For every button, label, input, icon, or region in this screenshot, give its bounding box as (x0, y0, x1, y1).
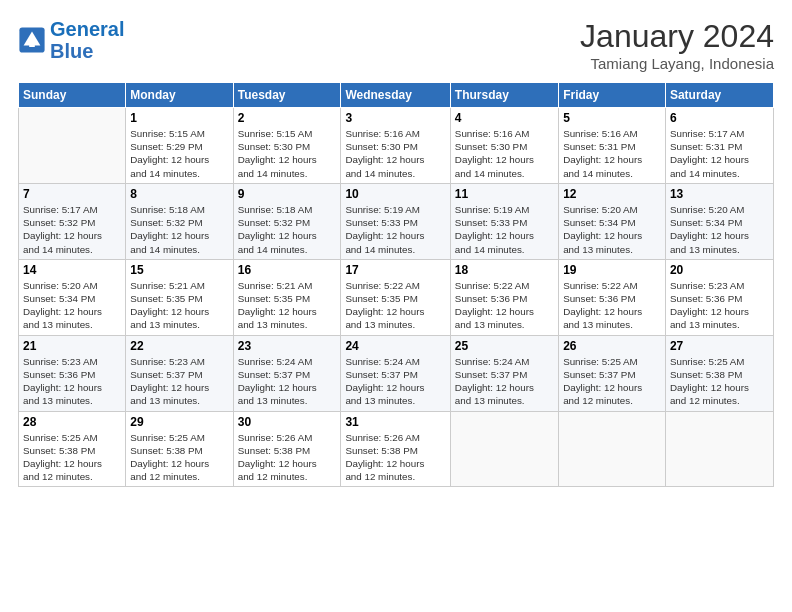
day-number: 29 (130, 415, 228, 429)
calendar-cell: 26Sunrise: 5:25 AM Sunset: 5:37 PM Dayli… (559, 335, 666, 411)
day-number: 12 (563, 187, 661, 201)
calendar-cell: 3Sunrise: 5:16 AM Sunset: 5:30 PM Daylig… (341, 108, 450, 184)
logo: General Blue (18, 18, 124, 62)
calendar-cell: 11Sunrise: 5:19 AM Sunset: 5:33 PM Dayli… (450, 183, 558, 259)
day-number: 16 (238, 263, 337, 277)
calendar-cell (19, 108, 126, 184)
day-info: Sunrise: 5:25 AM Sunset: 5:38 PM Dayligh… (670, 355, 769, 408)
calendar-week-row: 14Sunrise: 5:20 AM Sunset: 5:34 PM Dayli… (19, 259, 774, 335)
day-number: 26 (563, 339, 661, 353)
calendar-cell: 21Sunrise: 5:23 AM Sunset: 5:36 PM Dayli… (19, 335, 126, 411)
header: General Blue January 2024 Tamiang Layang… (18, 18, 774, 72)
month-year: January 2024 (580, 18, 774, 55)
day-info: Sunrise: 5:24 AM Sunset: 5:37 PM Dayligh… (238, 355, 337, 408)
day-info: Sunrise: 5:20 AM Sunset: 5:34 PM Dayligh… (23, 279, 121, 332)
calendar-cell: 13Sunrise: 5:20 AM Sunset: 5:34 PM Dayli… (665, 183, 773, 259)
day-info: Sunrise: 5:19 AM Sunset: 5:33 PM Dayligh… (455, 203, 554, 256)
day-number: 5 (563, 111, 661, 125)
calendar-cell: 19Sunrise: 5:22 AM Sunset: 5:36 PM Dayli… (559, 259, 666, 335)
day-number: 17 (345, 263, 445, 277)
calendar-cell: 25Sunrise: 5:24 AM Sunset: 5:37 PM Dayli… (450, 335, 558, 411)
day-info: Sunrise: 5:25 AM Sunset: 5:38 PM Dayligh… (23, 431, 121, 484)
weekday-header-cell: Monday (126, 83, 233, 108)
day-info: Sunrise: 5:26 AM Sunset: 5:38 PM Dayligh… (345, 431, 445, 484)
day-number: 31 (345, 415, 445, 429)
day-info: Sunrise: 5:15 AM Sunset: 5:29 PM Dayligh… (130, 127, 228, 180)
day-info: Sunrise: 5:16 AM Sunset: 5:30 PM Dayligh… (345, 127, 445, 180)
logo-general: General (50, 18, 124, 40)
calendar-cell: 10Sunrise: 5:19 AM Sunset: 5:33 PM Dayli… (341, 183, 450, 259)
calendar-body: 1Sunrise: 5:15 AM Sunset: 5:29 PM Daylig… (19, 108, 774, 487)
calendar-cell: 22Sunrise: 5:23 AM Sunset: 5:37 PM Dayli… (126, 335, 233, 411)
day-info: Sunrise: 5:19 AM Sunset: 5:33 PM Dayligh… (345, 203, 445, 256)
day-info: Sunrise: 5:15 AM Sunset: 5:30 PM Dayligh… (238, 127, 337, 180)
calendar-cell: 7Sunrise: 5:17 AM Sunset: 5:32 PM Daylig… (19, 183, 126, 259)
calendar-cell: 6Sunrise: 5:17 AM Sunset: 5:31 PM Daylig… (665, 108, 773, 184)
day-info: Sunrise: 5:21 AM Sunset: 5:35 PM Dayligh… (238, 279, 337, 332)
day-info: Sunrise: 5:25 AM Sunset: 5:38 PM Dayligh… (130, 431, 228, 484)
day-info: Sunrise: 5:16 AM Sunset: 5:30 PM Dayligh… (455, 127, 554, 180)
calendar-week-row: 28Sunrise: 5:25 AM Sunset: 5:38 PM Dayli… (19, 411, 774, 487)
day-number: 21 (23, 339, 121, 353)
calendar-cell: 31Sunrise: 5:26 AM Sunset: 5:38 PM Dayli… (341, 411, 450, 487)
day-info: Sunrise: 5:26 AM Sunset: 5:38 PM Dayligh… (238, 431, 337, 484)
calendar-cell: 15Sunrise: 5:21 AM Sunset: 5:35 PM Dayli… (126, 259, 233, 335)
weekday-header-row: SundayMondayTuesdayWednesdayThursdayFrid… (19, 83, 774, 108)
calendar-cell: 1Sunrise: 5:15 AM Sunset: 5:29 PM Daylig… (126, 108, 233, 184)
calendar-cell: 24Sunrise: 5:24 AM Sunset: 5:37 PM Dayli… (341, 335, 450, 411)
calendar-cell: 12Sunrise: 5:20 AM Sunset: 5:34 PM Dayli… (559, 183, 666, 259)
weekday-header-cell: Sunday (19, 83, 126, 108)
calendar-cell: 9Sunrise: 5:18 AM Sunset: 5:32 PM Daylig… (233, 183, 341, 259)
calendar-cell: 4Sunrise: 5:16 AM Sunset: 5:30 PM Daylig… (450, 108, 558, 184)
day-number: 15 (130, 263, 228, 277)
weekday-header-cell: Tuesday (233, 83, 341, 108)
title-block: January 2024 Tamiang Layang, Indonesia (580, 18, 774, 72)
calendar-week-row: 7Sunrise: 5:17 AM Sunset: 5:32 PM Daylig… (19, 183, 774, 259)
day-info: Sunrise: 5:20 AM Sunset: 5:34 PM Dayligh… (563, 203, 661, 256)
day-info: Sunrise: 5:23 AM Sunset: 5:37 PM Dayligh… (130, 355, 228, 408)
calendar-cell: 27Sunrise: 5:25 AM Sunset: 5:38 PM Dayli… (665, 335, 773, 411)
day-number: 11 (455, 187, 554, 201)
day-info: Sunrise: 5:17 AM Sunset: 5:31 PM Dayligh… (670, 127, 769, 180)
day-number: 8 (130, 187, 228, 201)
day-number: 7 (23, 187, 121, 201)
day-number: 2 (238, 111, 337, 125)
day-info: Sunrise: 5:25 AM Sunset: 5:37 PM Dayligh… (563, 355, 661, 408)
day-number: 6 (670, 111, 769, 125)
calendar-cell: 16Sunrise: 5:21 AM Sunset: 5:35 PM Dayli… (233, 259, 341, 335)
day-number: 20 (670, 263, 769, 277)
day-info: Sunrise: 5:17 AM Sunset: 5:32 PM Dayligh… (23, 203, 121, 256)
calendar-week-row: 21Sunrise: 5:23 AM Sunset: 5:36 PM Dayli… (19, 335, 774, 411)
location: Tamiang Layang, Indonesia (580, 55, 774, 72)
day-info: Sunrise: 5:21 AM Sunset: 5:35 PM Dayligh… (130, 279, 228, 332)
svg-rect-2 (29, 40, 35, 47)
day-info: Sunrise: 5:16 AM Sunset: 5:31 PM Dayligh… (563, 127, 661, 180)
calendar-cell (559, 411, 666, 487)
day-info: Sunrise: 5:22 AM Sunset: 5:35 PM Dayligh… (345, 279, 445, 332)
page: General Blue January 2024 Tamiang Layang… (0, 0, 792, 612)
calendar-cell: 18Sunrise: 5:22 AM Sunset: 5:36 PM Dayli… (450, 259, 558, 335)
day-number: 19 (563, 263, 661, 277)
day-number: 18 (455, 263, 554, 277)
calendar-cell: 2Sunrise: 5:15 AM Sunset: 5:30 PM Daylig… (233, 108, 341, 184)
day-number: 1 (130, 111, 228, 125)
calendar-cell (450, 411, 558, 487)
day-number: 3 (345, 111, 445, 125)
weekday-header-cell: Wednesday (341, 83, 450, 108)
calendar-cell: 20Sunrise: 5:23 AM Sunset: 5:36 PM Dayli… (665, 259, 773, 335)
calendar-cell: 23Sunrise: 5:24 AM Sunset: 5:37 PM Dayli… (233, 335, 341, 411)
calendar-cell (665, 411, 773, 487)
day-info: Sunrise: 5:22 AM Sunset: 5:36 PM Dayligh… (455, 279, 554, 332)
logo-blue: Blue (50, 40, 93, 62)
day-number: 23 (238, 339, 337, 353)
weekday-header-cell: Friday (559, 83, 666, 108)
day-info: Sunrise: 5:24 AM Sunset: 5:37 PM Dayligh… (345, 355, 445, 408)
calendar-cell: 30Sunrise: 5:26 AM Sunset: 5:38 PM Dayli… (233, 411, 341, 487)
day-number: 9 (238, 187, 337, 201)
calendar-cell: 17Sunrise: 5:22 AM Sunset: 5:35 PM Dayli… (341, 259, 450, 335)
calendar-cell: 5Sunrise: 5:16 AM Sunset: 5:31 PM Daylig… (559, 108, 666, 184)
calendar-cell: 14Sunrise: 5:20 AM Sunset: 5:34 PM Dayli… (19, 259, 126, 335)
calendar-cell: 29Sunrise: 5:25 AM Sunset: 5:38 PM Dayli… (126, 411, 233, 487)
day-number: 28 (23, 415, 121, 429)
day-info: Sunrise: 5:20 AM Sunset: 5:34 PM Dayligh… (670, 203, 769, 256)
